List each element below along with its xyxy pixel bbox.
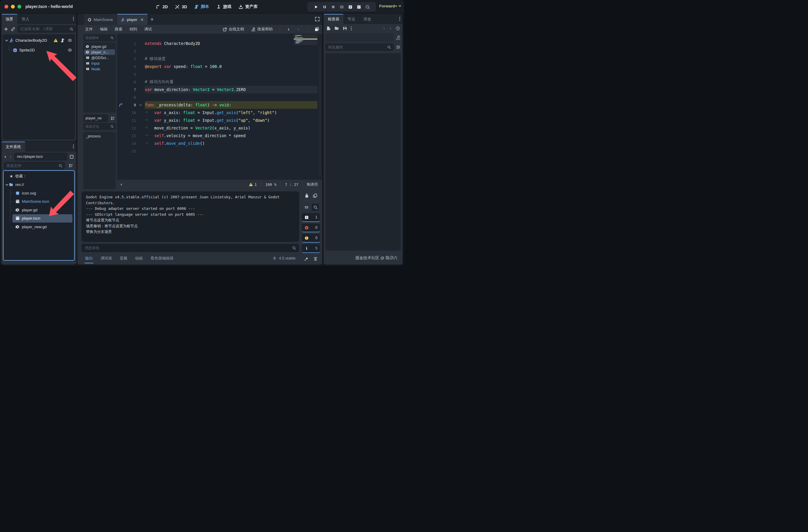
script-forward-button[interactable]: › — [297, 26, 300, 32]
code-line-12[interactable]: 12move_direction = Vector2(x_axis, y_axi… — [117, 124, 322, 132]
editor-zoom[interactable]: 100 % — [261, 182, 281, 187]
menu-edit[interactable]: 编辑 — [100, 26, 108, 32]
method-item-process[interactable]: _process — [86, 134, 113, 138]
workspace-tab-3d[interactable]: 3D — [175, 4, 187, 9]
resource-options-icon[interactable] — [351, 26, 352, 27]
gutter[interactable]: 1 — [117, 41, 145, 46]
line-number[interactable]: 12 — [127, 126, 136, 130]
code-line-6[interactable]: 6# 移动方向向量 — [117, 78, 322, 86]
attached-script-icon[interactable] — [60, 38, 65, 42]
code-text[interactable]: @export var speed: float = 100.0 — [145, 63, 317, 70]
script-item-player-gd[interactable]: player.gd — [84, 44, 115, 49]
output-filter-input[interactable] — [85, 246, 292, 250]
tab-node[interactable]: 节点 — [344, 14, 360, 24]
play-scene-button[interactable] — [348, 5, 353, 9]
scene-node-characterbody2d[interactable]: CharacterBody2D — [3, 35, 75, 45]
expand-panel-icon[interactable] — [313, 257, 318, 261]
scene-tab-mainscene[interactable]: MainScene — [84, 14, 116, 25]
line-number[interactable]: 1 — [127, 41, 136, 46]
gutter[interactable]: 8 — [117, 95, 145, 99]
visibility-icon[interactable] — [68, 48, 72, 52]
line-number[interactable]: 10 — [127, 111, 136, 115]
fs-path-input[interactable] — [17, 154, 65, 159]
output-search-button[interactable] — [312, 204, 319, 211]
file-row-icon-svg[interactable]: icon.svg — [3, 189, 74, 198]
fs-sort-button[interactable] — [67, 163, 74, 169]
gutter[interactable]: 3 — [117, 56, 145, 61]
line-number[interactable]: 6 — [127, 80, 136, 84]
tab-filesystem[interactable]: 文件系统 — [1, 142, 25, 152]
workspace-tab-assetlib[interactable]: 资产库 — [239, 4, 258, 10]
line-number[interactable]: 3 — [127, 57, 136, 61]
code-line-2[interactable]: 2 — [117, 47, 322, 55]
pin-panel-icon[interactable] — [304, 257, 309, 261]
filter-messages-badge[interactable]: 1 — [302, 213, 320, 222]
clear-output-icon[interactable] — [305, 193, 309, 198]
code-text[interactable]: # 移动方向向量 — [145, 78, 317, 86]
method-sort-button[interactable] — [109, 115, 116, 122]
tab-import[interactable]: 导入 — [17, 14, 33, 24]
inspector-back-button[interactable]: ‹ — [383, 25, 386, 31]
play-custom-scene-button[interactable] — [357, 5, 361, 9]
fs-back-button[interactable]: ‹ — [4, 154, 7, 160]
line-number[interactable]: 9 — [127, 103, 136, 107]
code-text[interactable] — [145, 70, 317, 78]
visibility-icon[interactable] — [68, 38, 72, 42]
file-row-player-new-gd[interactable]: player_new.gd — [3, 223, 74, 231]
code-text[interactable]: var y_axis: float = Input.get_axis("up",… — [145, 116, 317, 124]
gutter[interactable]: 5 — [117, 72, 145, 76]
fs-filter-input[interactable] — [6, 164, 57, 168]
gutter[interactable]: 10 — [117, 110, 145, 115]
file-row-player-tscn-selected[interactable]: player.tscn — [13, 214, 72, 223]
script-back-button[interactable]: ‹ — [287, 26, 290, 32]
line-number[interactable]: 5 — [127, 72, 136, 76]
file-row-mainscene[interactable]: MainScene.tscn — [3, 198, 74, 206]
inspector-filter-input[interactable] — [328, 45, 385, 49]
code-line-15[interactable]: 15 — [117, 147, 322, 155]
instance-scene-button[interactable] — [11, 26, 15, 32]
code-line-1[interactable]: 1extends CharacterBody2D — [117, 40, 322, 47]
code-text[interactable]: self.move_and_slide() — [145, 140, 317, 147]
copy-output-icon[interactable] — [313, 193, 317, 198]
menu-file[interactable]: 文件 — [85, 26, 93, 32]
code-line-11[interactable]: 11var y_axis: float = Input.get_axis("up… — [117, 116, 322, 124]
script-item-node-doc[interactable]: Node — [84, 66, 115, 72]
scene-node-sprite2d[interactable]: Sprite2D — [3, 45, 75, 55]
tab-scene[interactable]: 场景 — [1, 14, 17, 24]
gutter[interactable]: 12 — [117, 126, 145, 130]
search-help-button[interactable]: DOC 搜索帮助 — [251, 26, 273, 32]
gutter[interactable]: 2 — [117, 49, 145, 54]
code-text[interactable]: func _process(delta: float) -> void: — [145, 101, 317, 109]
version-label[interactable]: 4.5.stable — [279, 256, 296, 260]
filesystem-menu-icon[interactable] — [73, 145, 74, 145]
code-text[interactable]: move_direction = Vector2(x_axis, y_axis) — [145, 124, 317, 132]
online-docs-button[interactable]: 在线文档 — [223, 26, 244, 32]
code-line-4[interactable]: 4@export var speed: float = 100.0 — [117, 63, 322, 70]
fs-forward-button[interactable]: › — [9, 154, 12, 160]
code-line-13[interactable]: 13self.velocity = move_direction * speed — [117, 132, 322, 140]
script-item-gdscript-doc[interactable]: @GDScr... — [84, 55, 115, 60]
line-number[interactable]: 8 — [127, 95, 136, 99]
filter-warnings-badge[interactable]: 0 — [302, 234, 320, 243]
warning-count[interactable]: 1 — [245, 182, 261, 187]
gutter[interactable]: 6 — [117, 79, 145, 84]
bottom-tab-animation[interactable]: 动画 — [135, 256, 143, 261]
line-number[interactable]: 7 — [127, 88, 136, 92]
menu-debug[interactable]: 调试 — [144, 26, 152, 32]
gutter[interactable]: 14 — [117, 141, 145, 146]
movie-mode-button[interactable] — [339, 5, 344, 9]
gutter[interactable]: 9 — [117, 103, 145, 107]
code-text[interactable]: extends CharacterBody2D — [145, 40, 317, 47]
code-editor[interactable]: 1extends CharacterBody2D23# 移动速度4@export… — [117, 34, 322, 189]
inspector-menu-icon[interactable] — [399, 17, 400, 18]
code-text[interactable]: # 移动速度 — [145, 55, 317, 63]
file-row-player-gd[interactable]: player.gd — [3, 206, 74, 214]
fold-region-icon[interactable] — [136, 104, 145, 107]
tab-history[interactable]: 历史 — [360, 14, 375, 24]
tab-inspector[interactable]: 检查器 — [324, 14, 344, 24]
gutter[interactable]: 13 — [117, 133, 145, 138]
line-number[interactable]: 11 — [127, 118, 136, 123]
movie-maker-icon[interactable] — [365, 5, 370, 9]
code-line-14[interactable]: 14self.move_and_slide() — [117, 140, 322, 147]
load-resource-icon[interactable] — [334, 26, 339, 31]
